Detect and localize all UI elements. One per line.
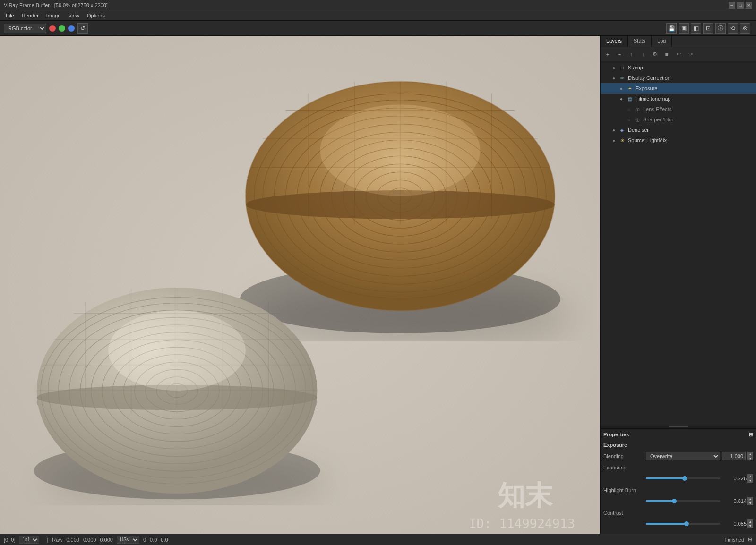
- panel-toolbar: + − ↑ ↓ ⚙ ≡ ↩ ↪: [601, 47, 756, 61]
- coord-display: [0, 0]: [4, 537, 15, 543]
- exposure-slider-thumb[interactable]: [682, 476, 687, 481]
- status-text: Finished: [724, 537, 744, 543]
- exposure-slider-track[interactable]: [646, 477, 720, 479]
- exposure-spin-up[interactable]: ▲: [747, 474, 753, 478]
- move-up-button[interactable]: ↑: [626, 49, 636, 60]
- highlight-burn-slider-thumb[interactable]: [672, 499, 677, 503]
- layer-stamp[interactable]: ● □ Stamp: [601, 62, 756, 73]
- minimize-button[interactable]: ─: [729, 2, 735, 9]
- undo-button[interactable]: ↩: [673, 49, 684, 60]
- svg-text:知末: 知末: [497, 480, 553, 511]
- redo-button[interactable]: ↪: [685, 49, 696, 60]
- label-stamp: Stamp: [628, 65, 643, 70]
- r-value: 0.000: [66, 537, 79, 543]
- menu-view[interactable]: View: [64, 12, 83, 19]
- layer-source-lightmix[interactable]: ● ☀ Source: LightMix: [601, 135, 756, 145]
- mode-raw: Raw: [52, 537, 62, 543]
- save-image-button[interactable]: 💾: [666, 23, 677, 34]
- label-lens-effects: Lens Effects: [643, 106, 671, 112]
- status-coords: [0, 0]: [4, 537, 15, 543]
- exposure-spin: ▲ ▼: [747, 474, 753, 483]
- eye-display-correction[interactable]: ●: [610, 74, 618, 82]
- blending-spin-down[interactable]: ▼: [747, 456, 753, 460]
- contrast-slider-thumb[interactable]: [684, 521, 689, 526]
- label-exposure: Exposure: [636, 85, 657, 91]
- titlebar: V-Ray Frame Buffer - [50.0% of 2750 x 22…: [0, 0, 756, 10]
- h-value: 0: [143, 537, 146, 543]
- eye-exposure[interactable]: ●: [618, 85, 625, 92]
- menu-options[interactable]: Options: [83, 12, 109, 19]
- clear-button[interactable]: ⊗: [740, 23, 750, 34]
- g-value: 0.000: [83, 537, 96, 543]
- layer-exposure[interactable]: ● ☀ Exposure: [601, 83, 756, 94]
- eye-stamp[interactable]: ●: [610, 64, 618, 71]
- green-channel-toggle[interactable]: [59, 25, 65, 32]
- svg-point-32: [320, 104, 480, 196]
- exposure-label-row: Exposure: [603, 463, 753, 472]
- highlight-burn-slider-track[interactable]: [646, 500, 720, 502]
- eye-source-lightmix[interactable]: ●: [610, 136, 618, 144]
- label-sharpen-blur: Sharpen/Blur: [643, 117, 673, 122]
- main-toolbar: RGB color Alpha Diffuse ↺ 💾 ▣ ◧ ⊡ ⓘ ⟲ ⊗: [0, 21, 756, 36]
- contrast-label-row: Contrast: [603, 508, 753, 518]
- correction-button[interactable]: ◧: [691, 23, 701, 34]
- info-button[interactable]: ⓘ: [715, 23, 726, 34]
- status-expand-button[interactable]: ⊞: [748, 536, 752, 543]
- history-button[interactable]: ⟲: [728, 23, 738, 34]
- region-button[interactable]: ⊡: [703, 23, 713, 34]
- statusbar: [0, 0] 1s1 1s2 2s1 | Raw 0.000 0.000 0.0…: [0, 534, 756, 545]
- contrast-slider-track[interactable]: [646, 523, 720, 525]
- tab-stats[interactable]: Stats: [628, 36, 652, 47]
- eye-sharpen-blur[interactable]: ○: [625, 116, 633, 123]
- eye-denoiser[interactable]: ●: [610, 126, 618, 134]
- exposure-spin-down[interactable]: ▼: [747, 478, 753, 483]
- menu-image[interactable]: Image: [43, 12, 65, 19]
- contrast-spin-up[interactable]: ▲: [747, 519, 753, 524]
- layer-lens-effects[interactable]: ○ ◎ Lens Effects: [601, 104, 756, 114]
- svg-text:ID: 1149924913: ID: 1149924913: [469, 516, 575, 531]
- icon-exposure: ☀: [626, 85, 634, 92]
- properties-expand-button[interactable]: ⊞: [749, 432, 753, 438]
- maximize-button[interactable]: □: [737, 2, 744, 9]
- right-panel: Layers Stats Log + − ↑ ↓ ⚙ ≡ ↩ ↪ ● □ Sta…: [600, 36, 756, 534]
- label-denoiser: Denoiser: [628, 127, 649, 133]
- menu-render[interactable]: Render: [18, 12, 43, 19]
- delete-layer-button[interactable]: −: [614, 49, 625, 60]
- reset-button[interactable]: ↺: [77, 23, 88, 34]
- layer-settings-button[interactable]: ⚙: [650, 49, 660, 60]
- add-layer-button[interactable]: +: [602, 49, 613, 60]
- blending-dropdown[interactable]: Overwrite Normal Add: [646, 452, 720, 460]
- blending-value-area: Overwrite Normal Add ▲ ▼: [646, 452, 753, 460]
- list-view-button[interactable]: ≡: [662, 49, 672, 60]
- contrast-spin-down[interactable]: ▼: [747, 524, 753, 528]
- contrast-slider-row: 0.085 ▲ ▼: [603, 519, 753, 528]
- blue-channel-toggle[interactable]: [68, 25, 75, 32]
- layer-display-correction[interactable]: ● ✏ Display Correction: [601, 73, 756, 83]
- red-channel-toggle[interactable]: [49, 25, 56, 32]
- exposure-slider-fill: [646, 477, 685, 479]
- tab-log[interactable]: Log: [652, 36, 672, 47]
- window-controls[interactable]: ─ □ ✕: [729, 2, 752, 9]
- highlight-burn-spin-down[interactable]: ▼: [747, 501, 753, 505]
- eye-lens-effects[interactable]: ○: [625, 105, 633, 113]
- move-down-button[interactable]: ↓: [638, 49, 648, 60]
- layer-denoiser[interactable]: ● ◈ Denoiser: [601, 125, 756, 135]
- close-button[interactable]: ✕: [746, 2, 752, 9]
- blending-spin-up[interactable]: ▲: [747, 452, 753, 456]
- layer-sharpen-blur[interactable]: ○ ◎ Sharpen/Blur: [601, 114, 756, 125]
- blending-number[interactable]: [722, 452, 746, 460]
- tab-layers[interactable]: Layers: [601, 36, 628, 47]
- render-scene: 知末 ID: 1149924913: [0, 36, 600, 534]
- color-mode-select[interactable]: HSV RGB Lab: [117, 536, 139, 544]
- highlight-burn-value: 0.814: [723, 498, 747, 504]
- exposure-prop-label: Exposure: [603, 465, 646, 470]
- eye-filmic-tonemap[interactable]: ●: [618, 95, 625, 102]
- layer-filmic-tonemap[interactable]: ● ▤ Filmic tonemap: [601, 94, 756, 104]
- contrast-slider-fill: [646, 523, 687, 525]
- icon-lens-effects: ◎: [634, 105, 641, 113]
- save-alpha-button[interactable]: ▣: [679, 23, 689, 34]
- highlight-burn-spin-up[interactable]: ▲: [747, 497, 753, 501]
- menu-file[interactable]: File: [2, 12, 18, 19]
- channel-select[interactable]: RGB color Alpha Diffuse: [4, 24, 46, 33]
- scale-select[interactable]: 1s1 1s2 2s1: [19, 536, 39, 544]
